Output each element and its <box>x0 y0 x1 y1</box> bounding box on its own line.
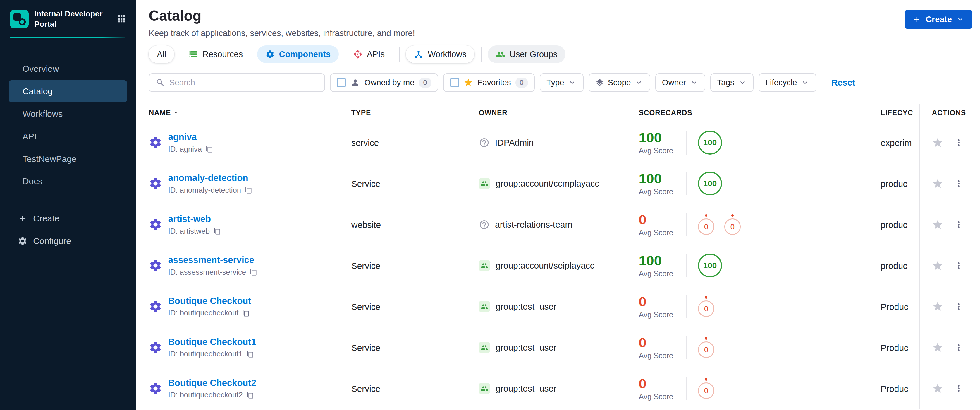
entity-name-link[interactable]: Boutique Checkout2 <box>168 378 256 388</box>
favorite-star-icon[interactable] <box>932 137 943 148</box>
catalog-table: NAME TYPE OWNER SCORECARDS LIFECYC ACTIO… <box>136 104 980 409</box>
favorite-star-icon[interactable] <box>932 383 943 394</box>
copy-icon[interactable] <box>242 309 250 317</box>
tags-dropdown[interactable]: Tags <box>710 73 754 92</box>
avg-score-label: Avg Score <box>639 270 673 278</box>
owner-dropdown[interactable]: Owner <box>655 73 705 92</box>
entity-type: Service <box>352 261 380 271</box>
lifecycle-value: produc <box>881 261 907 271</box>
scorecard-badge[interactable]: 100 <box>698 131 722 154</box>
component-gear-icon <box>149 177 162 190</box>
score-divider <box>686 376 687 400</box>
sidebar-item-workflows[interactable]: Workflows <box>9 103 127 125</box>
favorite-star-icon[interactable] <box>932 219 943 230</box>
favorite-star-icon[interactable] <box>932 342 943 353</box>
more-options-icon[interactable] <box>954 179 964 188</box>
sidebar-configure-button[interactable]: Configure <box>0 230 136 252</box>
name-cell: Boutique Checkout ID: boutiquecheckout <box>136 296 352 317</box>
copy-icon[interactable] <box>247 391 254 399</box>
favorite-star-icon[interactable] <box>932 301 943 312</box>
entity-name-link[interactable]: Boutique Checkout <box>168 296 251 306</box>
scorecards-cell: 0 Avg Score 0 <box>626 294 881 319</box>
more-options-icon[interactable] <box>954 383 964 393</box>
score-divider <box>686 336 687 359</box>
favorite-star-icon[interactable] <box>932 178 943 189</box>
module-grid-icon[interactable] <box>116 13 127 24</box>
copy-icon[interactable] <box>245 186 253 194</box>
tab-workflows[interactable]: Workflows <box>406 45 474 63</box>
lifecycle-dropdown-label: Lifecycle <box>765 78 797 87</box>
avg-score-value: 0 <box>639 212 646 227</box>
sidebar-create-button[interactable]: Create <box>0 207 136 230</box>
tab-user-groups[interactable]: User Groups <box>488 45 565 63</box>
chevron-down-icon <box>956 15 964 24</box>
entity-name-link[interactable]: artist-web <box>168 214 221 224</box>
sidebar-item-docs[interactable]: Docs <box>9 171 127 192</box>
scorecard-badge[interactable]: 100 <box>698 172 722 195</box>
table-row: artist-web ID: artistweb website artist-… <box>136 204 980 246</box>
scorecard-badge[interactable]: 100 <box>698 254 722 278</box>
tab-all[interactable]: All <box>149 45 174 63</box>
tab-apis[interactable]: APIs <box>345 45 393 63</box>
copy-icon[interactable] <box>250 268 258 276</box>
entity-name-link[interactable]: assessment-service <box>168 255 258 265</box>
favorite-star-icon[interactable] <box>932 260 943 271</box>
more-options-icon[interactable] <box>954 261 964 271</box>
scorecards-cell: 0 Avg Score 0 <box>626 376 881 401</box>
more-options-icon[interactable] <box>954 302 964 312</box>
scorecard-badge[interactable]: 0 <box>698 378 714 399</box>
header-divider <box>10 37 126 38</box>
table-row: agniva ID: agniva service IDPAdmin 100 <box>136 123 980 163</box>
scope-icon <box>595 78 604 87</box>
create-button[interactable]: Create <box>905 10 973 29</box>
entity-id: ID: artistweb <box>168 227 210 236</box>
copy-icon[interactable] <box>206 145 213 153</box>
sidebar-item-testnewpage[interactable]: TestNewPage <box>9 148 127 170</box>
group-icon <box>479 383 490 394</box>
lifecycle-dropdown[interactable]: Lifecycle <box>759 73 816 92</box>
copy-icon[interactable] <box>247 350 254 358</box>
favorites-checkbox[interactable] <box>450 78 459 87</box>
scorecard-badge[interactable]: 0 <box>698 296 714 317</box>
group-icon <box>479 342 490 353</box>
scorecard-badge-value: 100 <box>703 179 717 188</box>
lifecycle-value: produc <box>881 179 907 188</box>
header-type-label: TYPE <box>352 108 371 117</box>
sidebar-item-catalog[interactable]: Catalog <box>9 80 127 102</box>
owned-by-me-checkbox[interactable] <box>337 78 346 87</box>
entity-name-link[interactable]: anomaly-detection <box>168 173 253 183</box>
avg-score-value: 0 <box>639 335 646 350</box>
search-input[interactable] <box>169 78 318 87</box>
entity-id: ID: assessment-service <box>168 268 246 276</box>
header-owner: OWNER <box>479 108 626 117</box>
sidebar-item-api[interactable]: API <box>9 125 127 147</box>
owned-by-me-filter[interactable]: Owned by me 0 <box>330 73 438 92</box>
actions-cell <box>920 137 980 148</box>
scope-dropdown[interactable]: Scope <box>589 73 650 92</box>
type-dropdown[interactable]: Type <box>540 73 584 92</box>
scorecard-badge-value: 0 <box>704 305 708 313</box>
scorecard-badge[interactable]: 0 <box>698 337 714 357</box>
more-options-icon[interactable] <box>954 138 964 148</box>
owner-name: group:test_user <box>496 384 557 394</box>
entity-name-link[interactable]: Boutique Checkout1 <box>168 337 256 347</box>
favorites-filter[interactable]: Favorites 0 <box>443 73 535 92</box>
more-options-icon[interactable] <box>954 220 964 230</box>
type-cell: Service <box>352 301 479 312</box>
search-icon <box>156 78 165 87</box>
header-name[interactable]: NAME <box>136 108 352 117</box>
tab-components[interactable]: Components <box>257 45 339 63</box>
tab-resources-label: Resources <box>202 49 243 59</box>
copy-icon[interactable] <box>213 227 221 235</box>
more-options-icon[interactable] <box>954 343 964 353</box>
scorecards-cell: 100 Avg Score 100 <box>626 130 881 155</box>
portal-title: Internal Developer Portal <box>34 9 104 29</box>
sidebar-item-overview[interactable]: Overview <box>9 58 127 80</box>
reset-filters-link[interactable]: Reset <box>831 78 855 88</box>
scorecard-badge[interactable]: 0 <box>724 214 741 235</box>
scorecard-badge[interactable]: 0 <box>698 214 714 235</box>
entity-name-link[interactable]: agniva <box>168 132 213 142</box>
tab-resources[interactable]: Resources <box>180 45 251 63</box>
type-cell: Service <box>352 260 479 271</box>
alert-dot <box>705 378 708 381</box>
